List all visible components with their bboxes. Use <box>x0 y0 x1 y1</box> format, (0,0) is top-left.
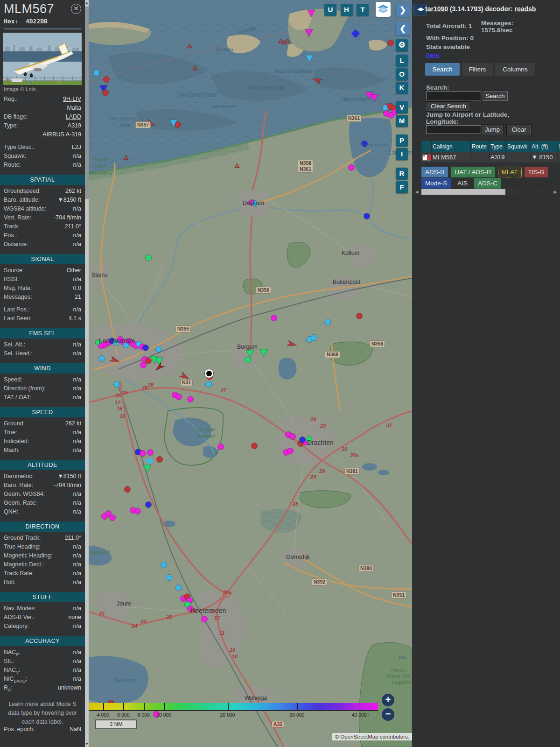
scroll-up-icon[interactable]: ▲ <box>85 0 89 6</box>
gear-icon[interactable]: ⚙ <box>396 39 408 51</box>
tar1090-link[interactable]: tar1090 <box>425 5 448 13</box>
dot-marker[interactable] <box>99 356 105 362</box>
dot-marker[interactable] <box>357 313 363 319</box>
sidebar-scrollbar[interactable]: ▲ ▼ <box>85 0 89 747</box>
dot-marker[interactable] <box>252 201 258 207</box>
sidebar-collapse-button[interactable]: ❮ <box>396 22 410 35</box>
map-canvas[interactable]: FryslânDe HonEngelsmanplaatWierumerwadAm… <box>89 0 412 747</box>
readsb-link[interactable]: readsb <box>514 5 536 13</box>
map-button-f[interactable]: F <box>396 181 408 193</box>
dot-marker[interactable] <box>143 345 149 351</box>
dot-marker[interactable] <box>156 346 162 352</box>
stats-here-link[interactable]: here <box>426 51 440 58</box>
tab-search[interactable]: Search <box>425 63 460 76</box>
filter-uat[interactable]: UAT / ADS-R <box>451 167 495 177</box>
dot-marker[interactable] <box>125 486 131 493</box>
map-button-o[interactable]: O <box>396 68 408 80</box>
aircraft-photo[interactable] <box>3 33 82 85</box>
map-button-v[interactable]: V <box>396 101 408 113</box>
dot-marker[interactable] <box>188 396 194 402</box>
dot-marker[interactable] <box>175 122 181 128</box>
dot-marker[interactable] <box>202 616 208 622</box>
data-row-value[interactable]: LADD <box>66 113 81 120</box>
filter-mlat[interactable]: MLAT <box>498 167 522 177</box>
dot-marker[interactable] <box>146 255 152 261</box>
search-button[interactable]: Search <box>482 91 508 101</box>
map-button-i[interactable]: I <box>396 148 408 160</box>
column-header[interactable]: Type <box>490 141 506 152</box>
map-button-u[interactable]: U <box>324 4 336 16</box>
clear-search-button[interactable]: Clear Search <box>426 101 471 112</box>
dot-marker[interactable] <box>157 457 163 463</box>
filter-tisb[interactable]: TIS-B <box>525 167 548 177</box>
filter-adsb[interactable]: ADS-B <box>421 167 448 177</box>
map-button-r[interactable]: R <box>396 168 408 180</box>
map-button-h[interactable]: H <box>341 4 353 16</box>
dot-marker[interactable] <box>161 562 167 568</box>
dot-marker[interactable] <box>287 448 294 454</box>
target-marker[interactable] <box>205 369 214 378</box>
zoom-out-button[interactable]: − <box>382 708 394 721</box>
table-scrollbar-thumb[interactable] <box>421 189 505 195</box>
dot-marker[interactable] <box>176 394 182 400</box>
column-header[interactable] <box>421 141 432 152</box>
map-button-l[interactable]: L <box>396 55 408 67</box>
sidebar-scrollbar-thumb[interactable] <box>85 7 89 199</box>
table-row[interactable]: MLM567A319▼ 8150 <box>421 152 560 162</box>
map-button-m[interactable]: M <box>396 115 408 127</box>
dot-marker[interactable] <box>325 319 331 325</box>
dot-marker[interactable] <box>140 362 147 368</box>
filter-adsc[interactable]: ADS-C <box>474 178 501 189</box>
scroll-down-icon[interactable]: ▼ <box>85 741 89 747</box>
column-header[interactable]: Spe <box>558 141 560 152</box>
dot-marker[interactable] <box>140 451 146 457</box>
scroll-right-icon[interactable]: ▶ <box>553 189 558 195</box>
column-header[interactable]: Alt. (ft) <box>531 141 558 152</box>
dot-marker[interactable] <box>349 165 355 171</box>
dot-marker[interactable] <box>290 434 296 440</box>
dot-marker[interactable] <box>146 358 152 364</box>
dot-marker[interactable] <box>94 70 100 76</box>
filter-modes[interactable]: Mode-S <box>421 178 451 189</box>
dot-marker[interactable] <box>176 585 182 591</box>
dot-marker[interactable] <box>188 606 194 612</box>
dot-marker[interactable] <box>364 213 370 219</box>
dot-marker[interactable] <box>166 575 172 581</box>
dot-marker[interactable] <box>388 40 394 46</box>
data-row-value[interactable]: 9H-LIV <box>63 96 81 102</box>
dot-marker[interactable] <box>103 90 109 96</box>
dot-marker[interactable] <box>306 437 312 443</box>
dot-marker[interactable] <box>146 502 152 508</box>
dot-marker[interactable] <box>135 508 141 514</box>
zoom-in-button[interactable]: + <box>382 694 394 706</box>
dot-marker[interactable] <box>110 515 116 521</box>
dot-marker[interactable] <box>362 141 368 147</box>
dot-marker[interactable] <box>104 77 110 83</box>
dot-marker[interactable] <box>245 357 251 363</box>
map-button-p[interactable]: P <box>396 134 408 147</box>
close-icon[interactable]: ✕ <box>71 4 81 14</box>
dot-marker[interactable] <box>300 437 306 443</box>
search-input[interactable] <box>426 92 481 100</box>
filter-ais[interactable]: AIS <box>454 178 471 189</box>
column-header[interactable]: Callsign <box>432 141 471 152</box>
dot-marker[interactable] <box>147 450 154 456</box>
dot-marker[interactable] <box>206 381 212 388</box>
jump-button[interactable]: Jump <box>481 124 504 135</box>
dot-marker[interactable] <box>252 443 258 449</box>
scroll-left-icon[interactable]: ◀ <box>414 189 420 195</box>
map-attribution[interactable]: © OpenStreetMap contributors. <box>332 733 412 740</box>
jump-input[interactable] <box>426 125 481 134</box>
sidebar-expand-button[interactable]: ❯ <box>396 4 410 17</box>
dot-marker[interactable] <box>271 315 277 321</box>
dot-marker[interactable] <box>114 381 120 388</box>
dot-marker[interactable] <box>218 444 224 450</box>
tab-columns[interactable]: Columns <box>495 63 535 76</box>
map-button-k[interactable]: K <box>396 82 408 94</box>
column-header[interactable]: Squawk <box>506 141 531 152</box>
clear-button[interactable]: Clear <box>506 124 532 135</box>
table-cell[interactable]: MLM567 <box>432 152 471 162</box>
dot-marker[interactable] <box>311 335 317 341</box>
layers-icon[interactable] <box>376 2 391 17</box>
tab-filters[interactable]: Filters <box>462 63 493 76</box>
